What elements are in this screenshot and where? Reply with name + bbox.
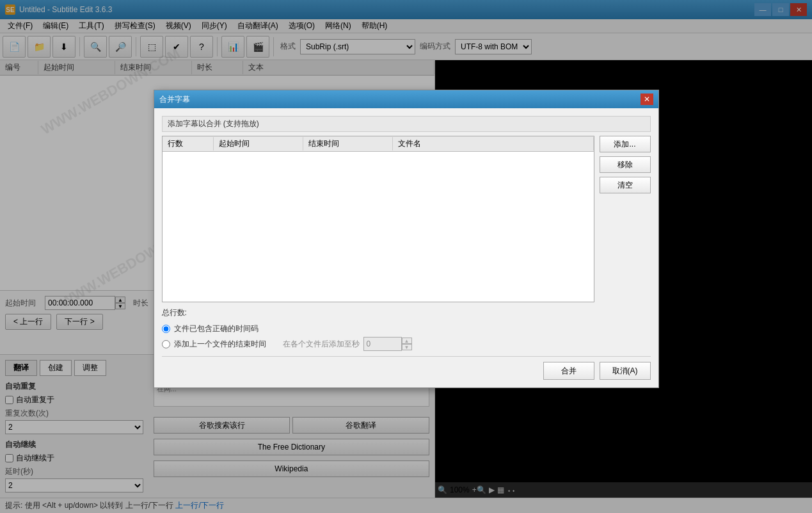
modal-body: 添加字幕以合并 (支持拖放) 行数 起始时间 结束时间 文件名 <box>154 108 658 387</box>
cancel-button[interactable]: 取消(A) <box>600 362 651 380</box>
remove-file-button[interactable]: 移除 <box>600 156 651 173</box>
radio-add-time[interactable] <box>162 340 170 348</box>
modal-col-filename: 文件名 <box>393 137 594 151</box>
modal-table-area: 行数 起始时间 结束时间 文件名 <box>162 136 594 302</box>
seconds-up-btn: ▲ <box>402 338 412 344</box>
modal-close-button[interactable]: ✕ <box>641 94 653 105</box>
modal-content-row: 行数 起始时间 结束时间 文件名 添加... 移除 清空 <box>162 136 651 307</box>
radio-row-1: 文件已包含正确的时间码 <box>162 323 651 334</box>
merge-button[interactable]: 合并 <box>543 362 594 380</box>
modal-table-container: 行数 起始时间 结束时间 文件名 <box>162 136 594 307</box>
modal-bottom-row: 合并 取消(A) <box>162 356 651 380</box>
seconds-input <box>363 337 402 351</box>
radio-label-2: 添加上一个文件的结束时间 <box>174 339 266 350</box>
modal-title: 合并字幕 <box>159 94 190 105</box>
modal-table-header: 行数 起始时间 结束时间 文件名 <box>163 136 594 152</box>
clear-files-button[interactable]: 清空 <box>600 177 651 193</box>
add-file-button[interactable]: 添加... <box>600 136 651 152</box>
total-row: 总行数: <box>162 307 651 318</box>
modal-col-rows: 行数 <box>163 137 214 151</box>
add-seconds-label: 在各个文件后添加至秒 <box>283 339 360 350</box>
radio-label-1: 文件已包含正确的时间码 <box>174 323 259 334</box>
modal-title-bar: 合并字幕 ✕ <box>154 90 658 108</box>
modal-overlay: 合并字幕 ✕ 添加字幕以合并 (支持拖放) 行数 起始时间 结束时间 文件名 <box>0 0 812 513</box>
add-seconds-area: 在各个文件后添加至秒 ▲ ▼ <box>283 337 412 351</box>
modal-col-start: 起始时间 <box>214 137 303 151</box>
radio-group: 文件已包含正确的时间码 添加上一个文件的结束时间 在各个文件后添加至秒 ▲ ▼ <box>162 323 651 351</box>
merge-dialog: 合并字幕 ✕ 添加字幕以合并 (支持拖放) 行数 起始时间 结束时间 文件名 <box>154 90 659 388</box>
seconds-down-btn: ▼ <box>402 344 412 350</box>
radio-timecode[interactable] <box>162 325 170 333</box>
total-label: 总行数: <box>162 307 187 318</box>
modal-right-buttons: 添加... 移除 清空 <box>600 136 651 307</box>
radio-row-2: 添加上一个文件的结束时间 在各个文件后添加至秒 ▲ ▼ <box>162 337 651 351</box>
modal-table-body[interactable] <box>163 152 594 302</box>
modal-section-label: 添加字幕以合并 (支持拖放) <box>162 116 651 132</box>
modal-col-end: 结束时间 <box>303 137 393 151</box>
